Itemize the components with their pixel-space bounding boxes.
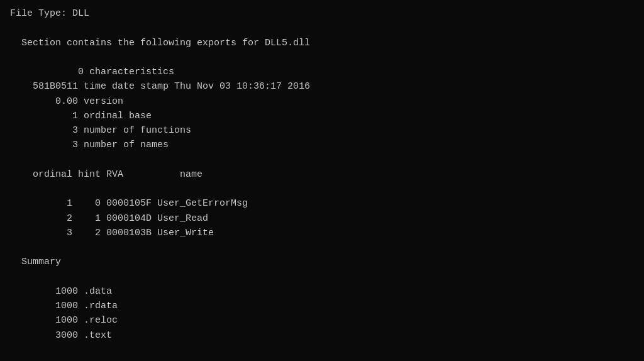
terminal-line: 1000 .reloc bbox=[10, 313, 634, 328]
terminal-line: Summary bbox=[10, 255, 634, 269]
terminal-line bbox=[10, 270, 634, 284]
terminal-line: File Type: DLL bbox=[10, 6, 634, 21]
terminal-line: 3 2 0000103B User_Write bbox=[10, 226, 634, 240]
terminal-line: Section contains the following exports f… bbox=[10, 36, 634, 50]
terminal-line: 2 1 0000104D User_Read bbox=[10, 211, 634, 226]
terminal-line: 3 number of names bbox=[10, 138, 634, 152]
terminal-line: ordinal hint RVA name bbox=[10, 167, 634, 182]
terminal-line: 3000 .text bbox=[10, 328, 634, 343]
terminal-line bbox=[10, 50, 634, 65]
terminal-line: 0.00 version bbox=[10, 94, 634, 109]
terminal-line bbox=[10, 182, 634, 196]
terminal-line bbox=[10, 153, 634, 167]
terminal-line: 1 ordinal base bbox=[10, 109, 634, 123]
terminal-line: 1000 .rdata bbox=[10, 299, 634, 313]
terminal-line: 1 0 0000105F User_GetErrorMsg bbox=[10, 196, 634, 211]
terminal-line: 1000 .data bbox=[10, 284, 634, 299]
terminal-output: File Type: DLL Section contains the foll… bbox=[10, 6, 634, 343]
terminal-line: 0 characteristics bbox=[10, 65, 634, 79]
terminal-line: 3 number of functions bbox=[10, 123, 634, 138]
terminal-line: 581B0511 time date stamp Thu Nov 03 10:3… bbox=[10, 79, 634, 94]
terminal-line bbox=[10, 240, 634, 255]
terminal-line bbox=[10, 21, 634, 35]
